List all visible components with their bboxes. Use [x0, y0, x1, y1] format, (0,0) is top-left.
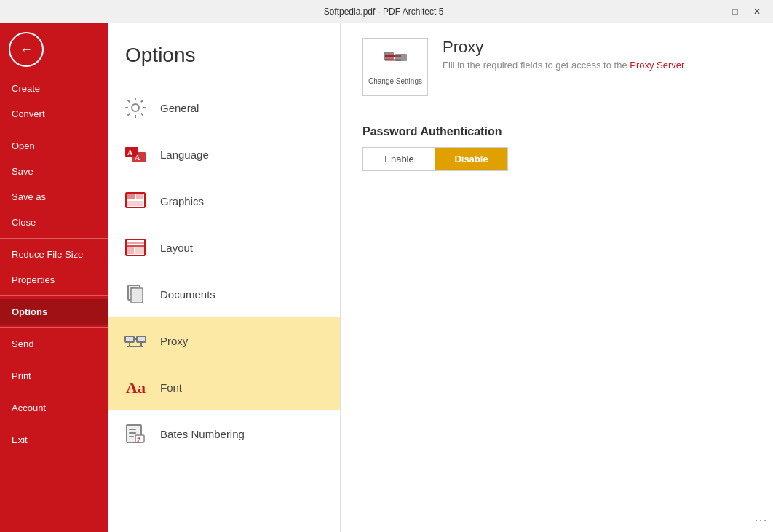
svg-rect-10 [127, 242, 146, 244]
sidebar-item-send[interactable]: Send [0, 331, 108, 357]
svg-point-0 [132, 104, 139, 111]
options-nav-item-layout[interactable]: Layout [108, 224, 340, 271]
maximize-button[interactable]: □ [725, 4, 745, 20]
back-icon: ← [20, 42, 33, 57]
graphics-label: Graphics [160, 195, 204, 207]
proxy-server-link[interactable]: Proxy Server [630, 60, 684, 71]
sidebar-item-exit[interactable]: Exit [0, 427, 108, 453]
window-title: Softpedia.pdf - PDF Architect 5 [64, 7, 703, 17]
svg-rect-27 [129, 429, 136, 430]
documents-icon [122, 281, 148, 307]
proxy-header-info: Proxy Fill in the required fields to get… [443, 38, 684, 88]
sidebar-item-options[interactable]: Options [0, 299, 108, 325]
layout-icon [122, 234, 148, 261]
disable-button[interactable]: Disable [435, 148, 507, 170]
sidebar-item-close[interactable]: Close [0, 210, 108, 235]
sidebar-item-properties[interactable]: Properties [0, 267, 108, 293]
sidebar-item-print[interactable]: Print [0, 363, 108, 389]
sidebar-nav: Create Convert Open Save Save as Close R… [0, 76, 108, 532]
proxy-subtitle-text: Fill in the required fields to get acces… [443, 60, 630, 71]
options-nav-item-bates-numbering[interactable]: # Bates Numbering [108, 410, 340, 457]
change-settings-icon [382, 49, 408, 74]
sidebar-item-account[interactable]: Account [0, 395, 108, 421]
sidebar-item-reduce-file-size[interactable]: Reduce File Size [0, 242, 108, 267]
bates-numbering-icon: # [122, 421, 148, 447]
content-area: Options General A A [108, 23, 773, 532]
options-nav-item-graphics[interactable]: Graphics [108, 178, 340, 224]
sidebar-divider-3 [0, 295, 108, 296]
proxy-subtitle: Fill in the required fields to get acces… [443, 60, 684, 71]
options-nav-item-general[interactable]: General [108, 84, 340, 131]
app-body: ← Create Convert Open Save Save as Close… [0, 23, 773, 532]
window-controls: – □ ✕ [703, 4, 767, 20]
sidebar-divider-2 [0, 238, 108, 239]
sidebar-item-open[interactable]: Open [0, 133, 108, 159]
svg-rect-20 [137, 336, 146, 342]
proxy-title: Proxy [443, 38, 684, 57]
svg-rect-35 [395, 54, 407, 61]
options-nav-item-language[interactable]: A A Language [108, 131, 340, 178]
sidebar-item-save[interactable]: Save [0, 159, 108, 184]
sidebar-divider-7 [0, 424, 108, 424]
svg-rect-29 [129, 436, 134, 437]
svg-text:A: A [135, 154, 140, 162]
documents-label: Documents [160, 288, 215, 301]
detail-panel: Change Settings Proxy Fill in the requir… [341, 23, 773, 532]
general-label: General [160, 102, 199, 114]
svg-rect-7 [136, 194, 143, 199]
graphics-icon [122, 188, 148, 214]
sidebar-divider-5 [0, 360, 108, 360]
options-nav-item-documents[interactable]: Documents [108, 271, 340, 317]
general-icon [122, 95, 148, 121]
change-settings-card[interactable]: Change Settings [362, 38, 428, 96]
back-button[interactable]: ← [9, 32, 44, 67]
language-icon: A A [122, 141, 148, 167]
svg-rect-12 [127, 247, 134, 254]
layout-label: Layout [160, 242, 193, 254]
svg-rect-13 [135, 247, 144, 254]
font-icon: Aa [122, 374, 148, 400]
enable-button[interactable]: Enable [363, 148, 435, 170]
sidebar-divider-1 [0, 130, 108, 130]
sidebar-divider-4 [0, 327, 108, 328]
svg-text:#: # [137, 437, 140, 443]
sidebar-item-convert[interactable]: Convert [0, 101, 108, 127]
titlebar: Softpedia.pdf - PDF Architect 5 – □ ✕ [0, 0, 773, 23]
minimize-button[interactable]: – [703, 4, 724, 20]
svg-rect-28 [129, 432, 136, 434]
sidebar-divider-6 [0, 392, 108, 392]
options-nav-item-font[interactable]: Aa Font [108, 364, 340, 410]
sidebar: ← Create Convert Open Save Save as Close… [0, 23, 108, 532]
svg-text:A: A [127, 148, 133, 156]
page-title: Options [108, 29, 340, 84]
proxy-label: Proxy [160, 335, 188, 347]
bottom-dots: ⋯ [754, 512, 767, 528]
proxy-icon [122, 327, 148, 354]
svg-rect-18 [131, 288, 143, 303]
options-nav-item-proxy[interactable]: Proxy [108, 317, 340, 364]
svg-rect-8 [127, 201, 143, 206]
options-nav: Options General A A [108, 23, 341, 532]
sidebar-item-save-as[interactable]: Save as [0, 184, 108, 210]
language-label: Language [160, 148, 209, 161]
close-button[interactable]: ✕ [747, 4, 767, 20]
proxy-header-row: Change Settings Proxy Fill in the requir… [362, 38, 751, 108]
password-auth-toggle: Enable Disable [362, 147, 508, 171]
font-label: Font [160, 381, 182, 394]
svg-rect-6 [127, 194, 135, 199]
sidebar-item-create[interactable]: Create [0, 76, 108, 101]
bates-numbering-label: Bates Numbering [160, 428, 245, 440]
svg-text:Aa: Aa [126, 378, 146, 397]
svg-rect-19 [125, 336, 134, 342]
password-auth-title: Password Authentication [362, 125, 751, 138]
change-settings-label: Change Settings [368, 77, 422, 85]
